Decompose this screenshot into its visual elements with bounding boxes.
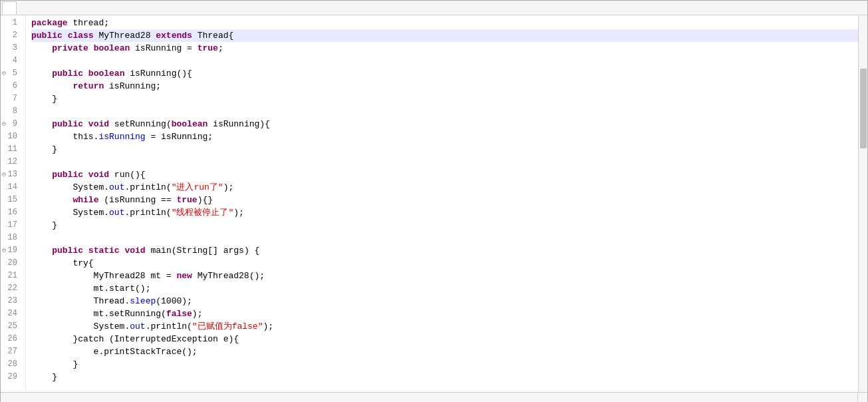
horizontal-scrollbar[interactable] [1, 393, 858, 402]
line-number-2: 2 [3, 29, 20, 42]
line-number-26: 26 [3, 333, 20, 345]
vertical-scrollbar[interactable] [858, 15, 867, 392]
line-number-6: 6 [3, 80, 20, 93]
line-number-16: 16 [3, 206, 20, 219]
code-segment: void [124, 244, 145, 257]
line-number-25: 25 [3, 320, 20, 333]
code-segment: } [31, 371, 57, 383]
code-segment: MyThread28(); [192, 270, 265, 282]
code-segment: out [130, 320, 145, 333]
code-area[interactable]: package thread;public class MyThread28 e… [26, 15, 858, 392]
code-segment: MyThread28 mt = [31, 270, 176, 282]
line-number-4: 4 [3, 55, 20, 67]
code-segment: public [52, 244, 83, 257]
scrollbar-corner [858, 393, 867, 402]
line-number-9: 9 [3, 118, 20, 130]
code-segment: "已赋值为false" [192, 320, 263, 333]
code-line-8 [31, 105, 858, 118]
code-segment [83, 118, 88, 130]
line-number-11: 11 [3, 143, 20, 156]
code-segment: void [88, 118, 109, 130]
code-line-29: } [31, 371, 858, 383]
bottom-bar [1, 392, 867, 401]
code-segment: this. [31, 130, 98, 143]
code-segment: = isRunning; [146, 130, 213, 143]
code-segment [31, 42, 52, 55]
code-segment: public [52, 168, 83, 181]
line-number-1: 1 [3, 17, 20, 29]
line-number-20: 20 [3, 257, 20, 270]
code-segment: return [72, 80, 104, 93]
line-number-3: 3 [3, 42, 20, 55]
line-number-29: 29 [3, 371, 20, 383]
code-line-28: } [31, 358, 858, 371]
line-number-22: 22 [3, 282, 20, 295]
code-segment: isRunning; [104, 80, 161, 93]
line-number-19: 19 [3, 244, 20, 257]
line-number-13: 13 [3, 168, 20, 181]
code-segment: out [109, 206, 124, 219]
code-segment: } [31, 93, 57, 105]
code-line-9: public void setRunning(boolean isRunning… [31, 118, 858, 130]
line-number-17: 17 [3, 219, 20, 232]
code-segment [88, 42, 94, 55]
code-line-7: } [31, 93, 858, 105]
line-number-7: 7 [3, 93, 20, 105]
code-line-12 [31, 156, 858, 168]
code-line-11: } [31, 143, 858, 156]
code-line-18 [31, 232, 858, 244]
editor-body: 1234567891011121314151617181920212223242… [1, 15, 867, 392]
code-line-19: public static void main(String[] args) { [31, 244, 858, 257]
code-line-3: private boolean isRunning = true; [31, 42, 858, 55]
code-segment: isRunning [98, 130, 145, 143]
code-segment: true [198, 42, 218, 55]
code-segment: System. [31, 181, 109, 194]
code-segment: ); [192, 307, 203, 320]
code-segment [31, 67, 52, 80]
code-segment: } [31, 219, 57, 232]
code-segment: void [88, 168, 109, 181]
code-line-25: System.out.println("已赋值为false"); [31, 320, 858, 333]
code-segment: "进入run了" [172, 181, 223, 194]
code-segment: MyThread28 [94, 29, 156, 42]
code-segment: class [68, 29, 94, 42]
code-segment: out [109, 181, 124, 194]
code-segment: .println( [124, 206, 171, 219]
code-segment: (1000); [156, 295, 192, 307]
code-segment: sleep [130, 295, 156, 307]
line-number-15: 15 [3, 194, 20, 206]
line-number-24: 24 [3, 307, 20, 320]
code-segment: } [31, 143, 57, 156]
code-segment [83, 168, 88, 181]
code-line-16: System.out.println("线程被停止了"); [31, 206, 858, 219]
code-segment: public [31, 29, 63, 42]
code-line-17: } [31, 219, 858, 232]
code-segment: setRunning( [109, 118, 172, 130]
tab-bar [1, 1, 867, 15]
editor-tab[interactable] [2, 1, 17, 15]
line-number-8: 8 [3, 105, 20, 118]
code-line-14: System.out.println("进入run了"); [31, 181, 858, 194]
line-numbers: 1234567891011121314151617181920212223242… [1, 15, 26, 392]
code-line-6: return isRunning; [31, 80, 858, 93]
code-segment: boolean [94, 42, 130, 55]
code-segment: extends [156, 29, 192, 42]
code-segment: boolean [88, 67, 125, 80]
code-segment: } [31, 358, 78, 371]
code-segment: public [52, 118, 83, 130]
code-line-2: public class MyThread28 extends Thread{ [31, 29, 858, 42]
code-segment: try{ [31, 257, 94, 270]
code-segment: .println( [146, 320, 192, 333]
line-number-14: 14 [3, 181, 20, 194]
code-segment: .println( [124, 181, 171, 194]
code-segment: }catch (InterruptedException e){ [31, 333, 239, 345]
scrollbar-thumb-v[interactable] [860, 69, 867, 148]
code-line-24: mt.setRunning(false); [31, 307, 858, 320]
code-line-13: public void run(){ [31, 168, 858, 181]
code-segment: ){} [198, 194, 213, 206]
code-line-27: e.printStackTrace(); [31, 345, 858, 358]
editor-window: 1234567891011121314151617181920212223242… [0, 0, 868, 402]
line-number-12: 12 [3, 156, 20, 168]
code-segment: ); [263, 320, 273, 333]
code-segment: isRunning){ [208, 118, 270, 130]
